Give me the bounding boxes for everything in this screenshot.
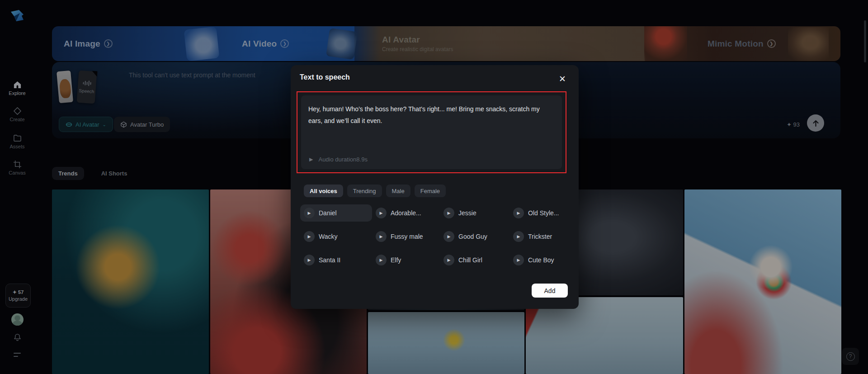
filter-all-voices[interactable]: All voices: [304, 185, 343, 197]
voice-option-good-guy[interactable]: ▶Good Guy: [440, 228, 509, 245]
play-icon: ▶: [309, 156, 313, 162]
voice-option-trickster[interactable]: ▶Trickster: [509, 228, 573, 245]
filter-male[interactable]: Male: [386, 185, 410, 197]
play-icon[interactable]: ▶: [304, 208, 315, 218]
play-icon[interactable]: ▶: [304, 255, 315, 265]
audio-duration-label: Audio duration8.9s: [318, 156, 367, 163]
voice-option-santa-ii[interactable]: ▶Santa II: [300, 251, 372, 269]
voice-option-wacky[interactable]: ▶Wacky: [300, 228, 372, 245]
voice-option-elfy[interactable]: ▶Elfy: [372, 251, 440, 269]
play-icon[interactable]: ▶: [513, 231, 524, 242]
modal-title: Text to speech: [300, 73, 350, 81]
voice-grid: ▶Daniel ▶Adorable... ▶Jessie ▶Old Style.…: [300, 204, 573, 269]
voice-option-fussy-male[interactable]: ▶Fussy male: [372, 228, 440, 245]
filter-trending[interactable]: Trending: [347, 185, 382, 197]
play-icon[interactable]: ▶: [376, 255, 387, 265]
voice-option-daniel[interactable]: ▶Daniel: [300, 204, 372, 222]
app-root: Explore Create Assets Canvas ✦ 57 Upgrad…: [0, 0, 868, 374]
play-icon[interactable]: ▶: [443, 208, 454, 218]
play-icon[interactable]: ▶: [513, 208, 524, 218]
play-icon[interactable]: ▶: [376, 208, 387, 218]
voice-option-old-style[interactable]: ▶Old Style...: [509, 204, 573, 222]
voice-option-jessie[interactable]: ▶Jessie: [440, 204, 509, 222]
close-icon[interactable]: ✕: [557, 74, 567, 84]
voice-option-chill-girl[interactable]: ▶Chill Girl: [440, 251, 509, 269]
play-icon[interactable]: ▶: [443, 255, 454, 265]
voice-filter-chips: All voices Trending Male Female: [304, 185, 446, 197]
play-icon[interactable]: ▶: [304, 231, 315, 242]
add-button[interactable]: Add: [532, 284, 568, 298]
voice-option-cute-boy[interactable]: ▶Cute Boy: [509, 251, 573, 269]
play-icon[interactable]: ▶: [513, 255, 524, 265]
filter-female[interactable]: Female: [415, 185, 446, 197]
voice-option-adorable[interactable]: ▶Adorable...: [372, 204, 440, 222]
audio-preview-row[interactable]: ▶ Audio duration8.9s: [309, 156, 368, 163]
play-icon[interactable]: ▶: [443, 231, 454, 242]
play-icon[interactable]: ▶: [376, 231, 387, 242]
text-to-speech-modal: Text to speech ✕ Hey, human! Who’s the b…: [291, 65, 579, 309]
